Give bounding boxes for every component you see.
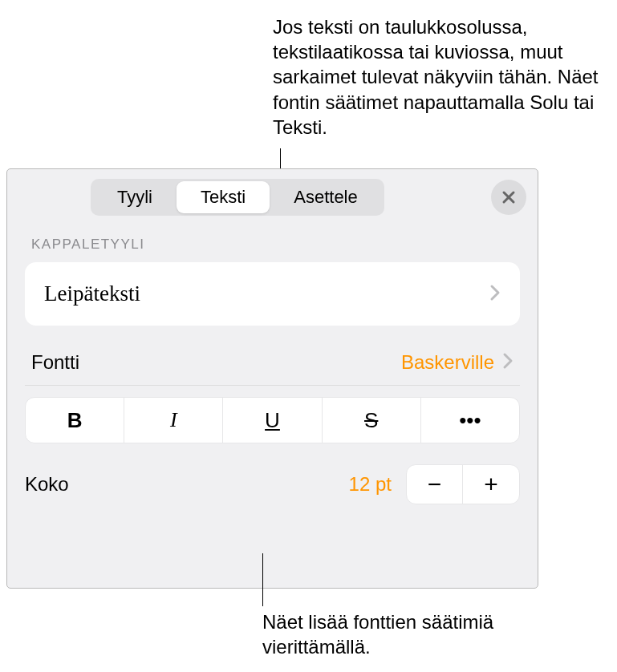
- more-options-button[interactable]: •••: [421, 398, 519, 443]
- tab-text[interactable]: Teksti: [177, 181, 270, 213]
- size-increase-button[interactable]: +: [463, 465, 519, 504]
- tab-style[interactable]: Tyyli: [93, 181, 177, 213]
- strikethrough-button[interactable]: S: [323, 398, 421, 443]
- tab-segmented-control: Tyyli Teksti Asettele: [91, 179, 384, 216]
- font-value: Baskerville: [401, 351, 494, 374]
- tab-arrange[interactable]: Asettele: [270, 181, 382, 213]
- callout-top-text: Jos teksti on taulukkosolussa, tekstilaa…: [273, 14, 602, 140]
- close-icon: [501, 190, 516, 204]
- size-row: Koko 12 pt − +: [25, 461, 520, 508]
- callout-leader-line-bottom: [262, 553, 263, 606]
- paragraph-style-value: Leipäteksti: [44, 281, 489, 306]
- text-style-button-group: B I U S •••: [25, 397, 520, 443]
- paragraph-style-row[interactable]: Leipäteksti: [25, 262, 520, 326]
- paragraph-style-section-label: KAPPALETYYLI: [7, 216, 538, 262]
- close-button[interactable]: [491, 180, 526, 215]
- chevron-right-icon: [489, 284, 501, 305]
- size-value: 12 pt: [349, 473, 392, 496]
- size-label: Koko: [25, 473, 349, 496]
- format-panel: Tyyli Teksti Asettele KAPPALETYYLI Leipä…: [6, 168, 538, 589]
- size-stepper: − +: [406, 464, 520, 504]
- font-row[interactable]: Fontti Baskerville: [25, 343, 520, 386]
- size-decrease-button[interactable]: −: [407, 465, 463, 504]
- bold-button[interactable]: B: [26, 398, 124, 443]
- callout-bottom-text: Näet lisää fonttien säätimiä vierittämäl…: [262, 609, 583, 659]
- italic-button[interactable]: I: [124, 398, 223, 443]
- chevron-right-icon: [502, 352, 513, 373]
- tabs-row: Tyyli Teksti Asettele: [7, 169, 538, 216]
- underline-button[interactable]: U: [223, 398, 322, 443]
- font-label: Fontti: [31, 351, 401, 374]
